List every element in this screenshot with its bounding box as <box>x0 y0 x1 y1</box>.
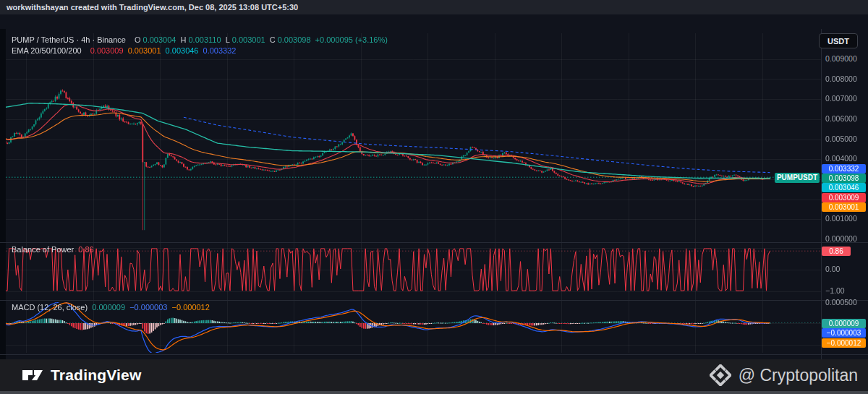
ema200-value: 0.003332 <box>203 46 237 55</box>
symbol-legend: PUMP / TetherUS · 4h · Binance O0.003004… <box>12 35 390 44</box>
price-tick-label: 0.006000 <box>825 115 857 123</box>
currency-toggle-button[interactable]: USDT <box>819 33 858 48</box>
open-label: O <box>135 35 141 44</box>
symbol-price-label: PUMPUSDT <box>775 173 820 183</box>
macd-value-chip: −0.000003 <box>822 328 866 338</box>
macd-title[interactable]: MACD (12, 26, close) <box>12 303 88 312</box>
cryptopolitan-watermark: @ Cryptopolitan <box>710 364 858 386</box>
bop-value-chip: 0.86 <box>822 247 851 256</box>
cryptopolitan-watermark-text: @ Cryptopolitan <box>739 366 858 385</box>
footer-bar: TradingView @ Cryptopolitan <box>0 359 868 394</box>
macd-tick-label: 0.000500 <box>825 299 857 307</box>
price-value-chip: 0.003098 <box>822 174 866 183</box>
bottom-edge-line <box>0 391 868 394</box>
low-label: L <box>226 35 230 44</box>
price-tick-label: 0.005000 <box>825 135 857 143</box>
price-tick-label: 0.007000 <box>825 95 857 103</box>
ema-title[interactable]: EMA 20/50/100/200 <box>12 46 82 55</box>
macd-hist-value: 0.000009 <box>92 303 125 312</box>
macd-value-chip: −0.000012 <box>822 338 866 348</box>
price-value-chip: 0.003332 <box>822 164 866 174</box>
pane-separator[interactable] <box>0 300 868 301</box>
chart-left-margin <box>0 29 6 374</box>
bop-tick-label: 0.00 <box>825 265 840 273</box>
ema-legend: EMA 20/50/100/200 0.003009 0.003001 0.00… <box>12 46 238 55</box>
ema50-value: 0.003001 <box>128 46 161 55</box>
ema100-value: 0.003046 <box>166 46 199 55</box>
change-value: +0.000095 (+3.16%) <box>315 35 388 44</box>
tradingview-logo-text: TradingView <box>51 367 142 384</box>
macd-signal-value: −0.000012 <box>172 303 210 312</box>
macd-legend: MACD (12, 26, close) 0.000009 −0.000003 … <box>12 303 212 312</box>
macd-line-value: −0.000003 <box>129 303 167 312</box>
tradingview-logo-icon <box>22 367 43 383</box>
macd-value-chip: 0.000009 <box>822 319 866 328</box>
pane-separator[interactable] <box>0 242 868 243</box>
tradingview-logo-link[interactable]: TradingView <box>22 367 142 384</box>
bop-title[interactable]: Balance of Power <box>12 245 74 254</box>
chart-region: PUMP / TetherUS · 4h · Binance O0.003004… <box>0 14 868 359</box>
tradingview-published-chart: workwithshayan created with TradingView.… <box>0 0 868 394</box>
low-value: 0.003001 <box>232 35 265 44</box>
high-label: H <box>181 35 187 44</box>
price-tick-label: 0.001000 <box>825 215 857 223</box>
price-tick-label: 0.008000 <box>825 75 857 83</box>
bop-legend: Balance of Power 0.86 <box>12 245 96 254</box>
price-tick-label: 0.000000 <box>825 235 857 243</box>
price-tick-label: 0.009000 <box>825 55 857 63</box>
price-tick-label: 0.004000 <box>825 155 857 163</box>
high-value: 0.003110 <box>188 35 221 44</box>
symbol-title[interactable]: PUMP / TetherUS · 4h · Binance <box>12 35 126 44</box>
bop-value: 0.86 <box>78 245 93 254</box>
attribution-text: workwithshayan created with TradingView.… <box>7 3 298 12</box>
open-value: 0.003004 <box>143 35 176 44</box>
close-value: 0.003098 <box>278 35 311 44</box>
chart-canvas[interactable] <box>6 30 821 371</box>
ema20-value: 0.003009 <box>90 46 124 55</box>
price-value-chip: 0.003009 <box>822 193 866 202</box>
attribution-bar: workwithshayan created with TradingView.… <box>0 0 868 14</box>
cryptopolitan-diamond-icon <box>710 364 731 386</box>
bop-tick-label: −1.00 <box>825 287 845 295</box>
close-label: C <box>270 35 276 44</box>
price-value-chip: 0.003001 <box>822 202 866 212</box>
price-value-chip: 0.003046 <box>822 183 866 192</box>
